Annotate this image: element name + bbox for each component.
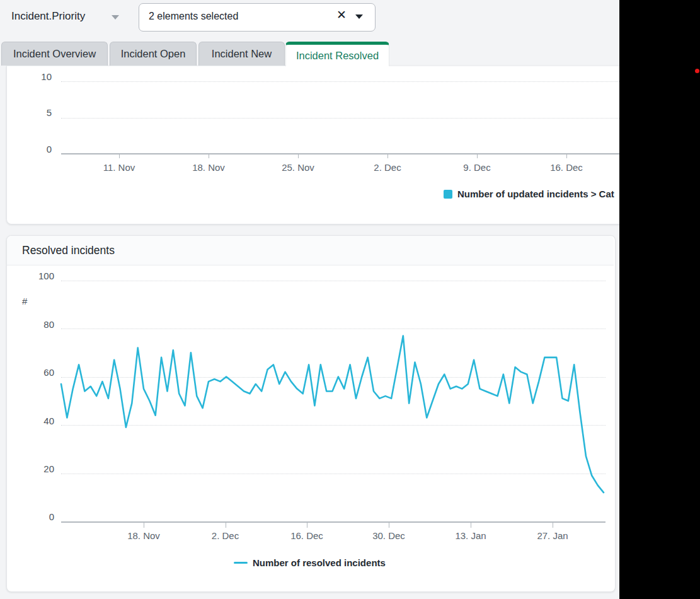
x-tick-label: 11. Nov: [91, 162, 147, 173]
dashboard-page: Incident.Priority 2 elements selected ✕ …: [0, 0, 700, 599]
clear-selection-icon[interactable]: ✕: [336, 8, 347, 22]
gridline: [61, 377, 605, 378]
x-tick-label: 16. Dec: [538, 162, 595, 173]
x-tick-mark: [553, 521, 553, 528]
tab-incident-overview[interactable]: Incident Overview: [1, 42, 108, 66]
y-tick-label: 0: [26, 511, 54, 522]
tab-incident-resolved[interactable]: Incident Resolved: [285, 42, 389, 66]
x-tick-label: 25. Nov: [270, 162, 326, 173]
dropdown-caret-icon[interactable]: [355, 15, 363, 19]
x-tick-label: 2. Dec: [359, 162, 416, 173]
sort-caret-icon[interactable]: [112, 15, 119, 20]
gridline: [61, 281, 605, 281]
y-tick-label: 20: [26, 463, 54, 474]
x-tick-mark: [226, 521, 226, 528]
chart2-title: Resolved incidents: [22, 244, 115, 257]
x-tick-mark: [471, 521, 471, 528]
updated-incidents-chart-card: [6, 66, 700, 224]
x-tick-mark: [209, 153, 209, 158]
x-tick-mark: [387, 153, 388, 158]
x-tick-mark: [477, 153, 478, 158]
gridline: [61, 425, 605, 426]
tab-label: Incident Resolved: [296, 50, 379, 62]
x-tick-label: 27. Jan: [524, 530, 581, 541]
tab-label: Incident Open: [121, 48, 186, 60]
x-tick-label: 18. Nov: [180, 162, 237, 173]
y-tick-label: 40: [26, 416, 54, 426]
legend-line-icon: [234, 562, 248, 564]
red-dot-marker: [695, 69, 699, 73]
tab-incident-new[interactable]: Incident New: [198, 42, 285, 66]
black-occlusion-pane: [619, 0, 700, 599]
gridline: [61, 329, 605, 329]
x-tick-mark: [389, 521, 389, 528]
gridline: [61, 474, 605, 474]
tab-incident-open[interactable]: Incident Open: [110, 42, 197, 66]
x-tick-mark: [566, 153, 567, 158]
x-tick-mark: [144, 521, 144, 528]
y-tick-label: 10: [24, 71, 52, 82]
filter-field-label: Incident.Priority: [11, 10, 85, 23]
legend-label: Number of updated incidents > Cat: [457, 189, 614, 199]
x-tick-mark: [119, 153, 120, 158]
x-tick-mark: [298, 153, 299, 158]
x-tick-label: 9. Dec: [449, 162, 505, 173]
x-tick-label: 18. Nov: [115, 530, 172, 541]
y-tick-label: 80: [26, 319, 54, 330]
gridline: [61, 81, 694, 82]
x-axis-line: [61, 153, 694, 154]
y-tick-label: 5: [24, 107, 52, 118]
tab-label: Incident Overview: [13, 48, 96, 60]
x-tick-label: 13. Jan: [442, 530, 499, 541]
chart2-y-axis-title: #: [22, 296, 27, 306]
x-tick-label: 30. Dec: [360, 530, 417, 541]
y-tick-label: 100: [26, 270, 54, 281]
legend-swatch-icon: [444, 190, 452, 199]
tab-label: Incident New: [212, 48, 272, 60]
y-tick-label: 60: [26, 367, 54, 378]
gridline: [61, 118, 694, 119]
x-tick-label: 2. Dec: [197, 530, 254, 541]
chart2-legend-item[interactable]: Number of resolved incidents: [234, 557, 386, 568]
multiselect-value: 2 elements selected: [149, 11, 238, 22]
chart1-legend-item[interactable]: Number of updated incidents > Cat: [444, 189, 614, 199]
x-axis-line: [61, 521, 605, 523]
legend-label: Number of resolved incidents: [253, 557, 386, 568]
y-tick-label: 0: [24, 144, 52, 154]
x-tick-mark: [307, 521, 307, 528]
x-tick-label: 16. Dec: [278, 530, 335, 541]
